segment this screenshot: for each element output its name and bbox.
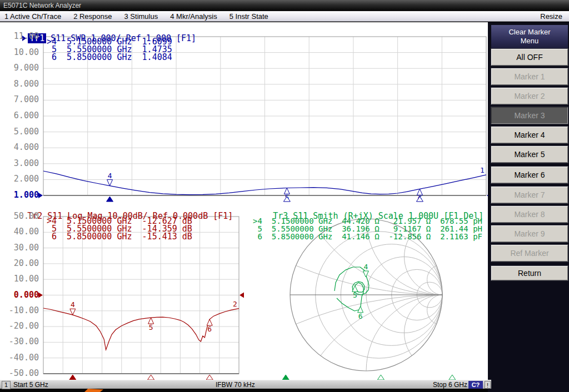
tr2-y-tick-label: 40.00 — [4, 228, 39, 236]
tr1-y-tick-label: 7.000 — [4, 96, 39, 104]
window-title: E5071C Network Analyzer — [3, 2, 81, 9]
menu-item-response[interactable]: 2 Response — [73, 12, 112, 21]
title-bar[interactable]: E5071C Network Analyzer — [0, 0, 569, 11]
softkey-marker-7[interactable]: Marker 7 — [491, 187, 568, 203]
softkey-marker-3[interactable]: Marker 3 — [491, 107, 568, 124]
softkey-marker-6[interactable]: Marker 6 — [491, 167, 568, 183]
status-bar: 1 Start 5 GHz IFBW 70 kHz Stop 6 GHz C? … — [0, 380, 491, 389]
tr2-y-tick-label: -30.00 — [4, 338, 39, 346]
softkey-marker-5[interactable]: Marker 5 — [491, 146, 568, 163]
tr2-y-tick-label: -20.00 — [4, 322, 39, 330]
softkey-return[interactable]: Return — [491, 266, 568, 280]
softkey-ref-marker[interactable]: Ref Marker — [491, 245, 568, 262]
tr1-y-tick-label: 11.00 — [4, 32, 39, 41]
resize-control[interactable]: Resize — [540, 12, 562, 21]
tr2-y-tick-label: 30.00 — [4, 244, 39, 252]
tr3-marker-readout-row: 6 5.8500000 GHz 41.146 Ω -12.856 Ω 2.116… — [253, 233, 482, 240]
tr1-marker-table: >4 5.1500000 GHz 1.6099 5 5.5500000 GHz … — [47, 38, 172, 61]
tr1-y-tick-label: 6.000 — [4, 112, 39, 120]
tr1-marker-readout-row: 6 5.8500000 GHz 1.4084 — [47, 53, 172, 61]
start-frequency[interactable]: Start 5 GHz — [13, 380, 48, 389]
tr1-y-tick-label: 9.000 — [4, 64, 39, 72]
menu-bar: 1 Active Ch/Trace 2 Response 3 Stimulus … — [0, 11, 569, 22]
tr2-y-tick-label: -50.00 — [4, 369, 39, 378]
softkey-menu: Clear Marker Menu All OFFMarker 1Marker … — [488, 22, 569, 392]
tr3-marker-readout-row: 5 5.5500000 GHz 36.196 Ω 9.1167 Ω 261.44… — [253, 225, 482, 233]
tr2-y-tick-label: 0.000 — [4, 291, 39, 299]
softkey-marker-9[interactable]: Marker 9 — [491, 225, 568, 242]
tr2-y-tick-label: -10.00 — [4, 306, 39, 315]
channel-window — [0, 22, 488, 380]
stop-frequency[interactable]: Stop 6 GHz — [433, 380, 467, 389]
tr2-marker-table: >4 5.1500000 GHz -12.627 dB 5 5.5500000 … — [47, 217, 192, 240]
tr1-y-tick-label: 4.000 — [4, 143, 39, 152]
correction-status-badge: C? — [468, 381, 483, 389]
menu-item-instr-state[interactable]: 5 Instr State — [229, 12, 268, 21]
menu-item-mkr-analysis[interactable]: 4 Mkr/Analysis — [170, 12, 217, 21]
tr2-y-tick-label: 50.00 — [4, 212, 39, 220]
tr2-y-tick-label: -40.00 — [4, 354, 39, 362]
softkey-marker-4[interactable]: Marker 4 — [491, 127, 568, 143]
tr3-marker-table: >4 5.1500000 GHz 44.420 Ω 21.957 Ω 678.5… — [253, 217, 482, 240]
menu-item-active-ch-trace[interactable]: 1 Active Ch/Trace — [4, 12, 61, 21]
tr1-y-tick-label: 1.000 — [4, 191, 39, 199]
tr3-marker-readout-row: >4 5.1500000 GHz 44.420 Ω 21.957 Ω 678.5… — [253, 217, 482, 225]
tr2-marker-readout-row: 6 5.8500000 GHz -15.413 dB — [47, 233, 192, 240]
softkey-all-off[interactable]: All OFF — [491, 49, 568, 66]
tr2-y-tick-label: 20.00 — [4, 259, 39, 268]
tr1-y-tick-label: 3.000 — [4, 159, 39, 168]
softkey-menu-title: Clear Marker Menu — [491, 25, 568, 48]
softkey-marker-1[interactable]: Marker 1 — [491, 68, 568, 85]
warning-badge: ! — [485, 381, 491, 389]
channel-number-badge: 1 — [2, 381, 11, 389]
network-analyzer-window: E5071C Network Analyzer 1 Active Ch/Trac… — [0, 0, 569, 392]
tr2-y-tick-label: 10.00 — [4, 275, 39, 283]
softkey-marker-2[interactable]: Marker 2 — [491, 88, 568, 104]
tr1-y-tick-label: 5.000 — [4, 128, 39, 136]
softkey-marker-8[interactable]: Marker 8 — [491, 206, 568, 223]
tr1-y-tick-label: 8.000 — [4, 80, 39, 88]
ifbw-readout[interactable]: IFBW 70 kHz — [216, 380, 255, 389]
menu-item-stimulus[interactable]: 3 Stimulus — [124, 12, 158, 21]
tr1-y-tick-label: 2.000 — [4, 175, 39, 183]
tr1-y-tick-label: 10.00 — [4, 48, 39, 57]
